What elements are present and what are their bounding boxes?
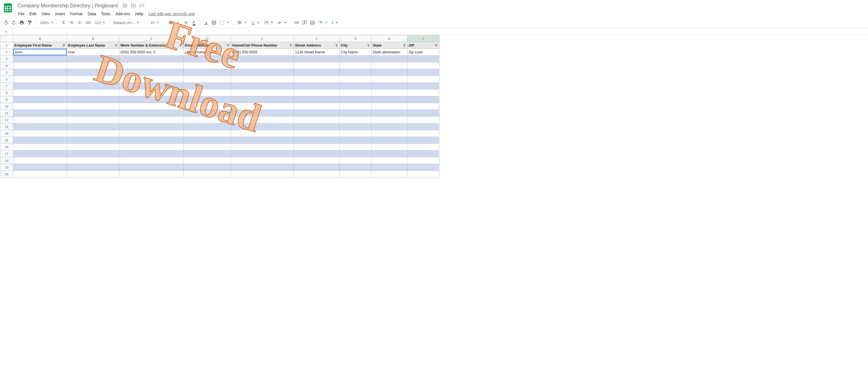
cell-I6[interactable] <box>407 76 439 83</box>
cell-I9[interactable] <box>407 96 439 103</box>
cell-H14[interactable] <box>372 130 407 137</box>
print-button[interactable] <box>18 19 25 26</box>
cell-C3[interactable] <box>119 56 184 62</box>
cell-I18[interactable] <box>407 157 439 164</box>
cell-D15[interactable] <box>184 137 231 144</box>
cell-F8[interactable] <box>294 90 340 96</box>
cell-H3[interactable] <box>372 56 407 62</box>
cell-I16[interactable] <box>407 144 439 151</box>
cell-H10[interactable] <box>372 103 407 110</box>
menu-tools[interactable]: Tools <box>99 10 113 17</box>
cell-I10[interactable] <box>407 103 439 110</box>
cell-F11[interactable] <box>294 110 340 116</box>
cell-A3[interactable] <box>13 56 67 62</box>
redo-button[interactable] <box>10 19 18 26</box>
cell-H6[interactable] <box>372 76 407 83</box>
header-cell-D[interactable]: Email Address <box>184 42 231 49</box>
row-header-17[interactable]: 17 <box>0 151 13 157</box>
cell-B6[interactable] <box>67 76 119 83</box>
row-header-18[interactable]: 18 <box>0 157 13 164</box>
cell-D8[interactable] <box>184 90 231 96</box>
strikethrough-button[interactable]: S <box>182 19 190 26</box>
cell-H15[interactable] <box>372 137 407 144</box>
column-header-E[interactable]: E <box>231 35 294 42</box>
cell-H18[interactable] <box>372 157 407 164</box>
row-header-7[interactable]: 7 <box>0 83 13 90</box>
decrease-decimal-button[interactable]: .0↓ <box>76 19 83 26</box>
menu-edit[interactable]: Edit <box>27 10 39 17</box>
cell-C19[interactable] <box>119 164 184 171</box>
cell-E10[interactable] <box>231 103 294 110</box>
fill-color-button[interactable] <box>202 19 210 26</box>
cell-I15[interactable] <box>407 137 439 144</box>
functions-dropdown[interactable]: Σ▼ <box>330 19 340 26</box>
cell-D3[interactable] <box>184 56 231 62</box>
cell-G17[interactable] <box>340 151 372 157</box>
text-color-button[interactable]: A <box>190 19 197 26</box>
cell-C20[interactable] <box>119 171 184 177</box>
cell-C7[interactable] <box>119 83 184 90</box>
row-header-12[interactable]: 12 <box>0 116 13 123</box>
cell-C18[interactable] <box>119 157 184 164</box>
filter-icon[interactable] <box>62 43 66 48</box>
document-title[interactable]: Company Membership Directory | Pingboard <box>16 2 120 9</box>
cell-C14[interactable] <box>119 130 184 137</box>
filter-icon[interactable] <box>226 43 230 48</box>
cell-F4[interactable] <box>294 62 340 69</box>
formula-input[interactable] <box>13 28 868 35</box>
italic-button[interactable]: I <box>174 19 182 26</box>
cloud-icon[interactable] <box>139 3 144 9</box>
row-header-15[interactable]: 15 <box>0 137 13 144</box>
cell-C4[interactable] <box>119 62 184 69</box>
header-cell-F[interactable]: Street Address <box>294 42 340 49</box>
cell-A15[interactable] <box>13 137 67 144</box>
cell-E6[interactable] <box>231 76 294 83</box>
insert-chart-button[interactable] <box>309 19 316 26</box>
cell-G3[interactable] <box>340 56 372 62</box>
cell-H16[interactable] <box>372 144 407 151</box>
cell-E7[interactable] <box>231 83 294 90</box>
header-cell-C[interactable]: Work Number & Extension <box>119 42 184 49</box>
cell-A17[interactable] <box>13 151 67 157</box>
row-header-14[interactable]: 14 <box>0 130 13 137</box>
row-header-1[interactable]: 1 <box>0 42 13 49</box>
cell-F10[interactable] <box>294 103 340 110</box>
cell-F6[interactable] <box>294 76 340 83</box>
cell-F12[interactable] <box>294 116 340 123</box>
sheets-logo[interactable] <box>2 2 13 13</box>
cell-F7[interactable] <box>294 83 340 90</box>
row-header-9[interactable]: 9 <box>0 96 13 103</box>
cell-A5[interactable] <box>13 69 67 76</box>
insert-link-button[interactable] <box>293 19 300 26</box>
cell-E12[interactable] <box>231 116 294 123</box>
cell-B2[interactable]: Doe <box>67 49 119 56</box>
column-header-H[interactable]: H <box>372 35 407 42</box>
row-header-5[interactable]: 5 <box>0 69 13 76</box>
star-icon[interactable] <box>122 3 127 9</box>
text-wrap-dropdown[interactable]: ▼ <box>262 19 275 26</box>
select-all-corner[interactable] <box>0 35 13 42</box>
cell-D2[interactable]: j.doe@company.com <box>184 49 231 56</box>
cell-C2[interactable]: (555) 555-5555 ext. 5 <box>119 49 184 56</box>
filter-icon[interactable] <box>334 43 339 48</box>
cell-E20[interactable] <box>231 171 294 177</box>
cell-H2[interactable]: State abreviation <box>372 49 407 56</box>
cell-C17[interactable] <box>119 151 184 157</box>
cell-C6[interactable] <box>119 76 184 83</box>
cell-G10[interactable] <box>340 103 372 110</box>
filter-icon[interactable] <box>402 43 407 48</box>
cell-D10[interactable] <box>184 103 231 110</box>
row-header-11[interactable]: 11 <box>0 110 13 116</box>
cell-B11[interactable] <box>67 110 119 116</box>
column-header-G[interactable]: G <box>340 35 372 42</box>
cell-B10[interactable] <box>67 103 119 110</box>
row-header-3[interactable]: 3 <box>0 56 13 62</box>
bold-button[interactable]: B <box>166 19 174 26</box>
cell-B17[interactable] <box>67 151 119 157</box>
cell-D4[interactable] <box>184 62 231 69</box>
cell-B12[interactable] <box>67 116 119 123</box>
cell-D20[interactable] <box>184 171 231 177</box>
row-header-16[interactable]: 16 <box>0 144 13 151</box>
cell-E13[interactable] <box>231 123 294 130</box>
cell-F14[interactable] <box>294 130 340 137</box>
